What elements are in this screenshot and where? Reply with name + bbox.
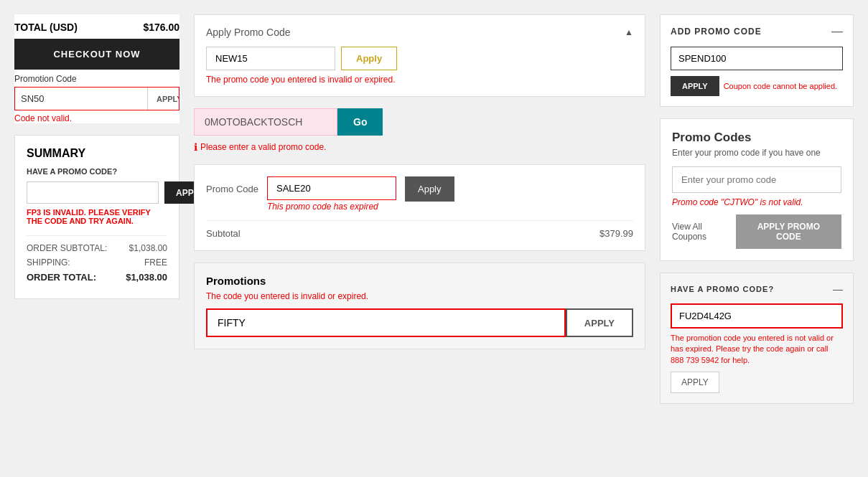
order-total-row: ORDER TOTAL: $1,038.00 (27, 272, 167, 283)
checkout-button[interactable]: CHECKOUT NOW (14, 39, 179, 70)
total-label: TOTAL (USD) (14, 22, 78, 33)
have-promo-label: HAVE A PROMO CODE? (27, 167, 167, 176)
add-promo-apply-button[interactable]: APPLY (671, 76, 719, 96)
summary-box: SUMMARY HAVE A PROMO CODE? APPLY FP3 IS … (14, 135, 179, 299)
apply-promo-title: Apply Promo Code (206, 27, 291, 38)
subtotal-label: Subtotal (206, 228, 241, 239)
shipping-value: FREE (144, 258, 167, 268)
sale-apply-button[interactable]: Apply (405, 176, 454, 202)
promo-code-row: Promo Code This promo code has expired A… (206, 176, 633, 212)
sale-input[interactable] (267, 176, 396, 200)
cjtwo-error: Promo code "CJTWO" is not valid. (672, 197, 841, 207)
apply-promo-input-row: Apply (206, 47, 633, 70)
apply-promo-dropdown: Apply Promo Code ▲ Apply The promo code … (194, 14, 645, 97)
promotions-input-row: APPLY (206, 308, 633, 337)
info-icon: ℹ (194, 141, 197, 153)
order-subtotal-row: ORDER SUBTOTAL: $1,038.00 (27, 243, 167, 253)
enter-valid-promo-text: Please enter a valid promo code. (200, 142, 326, 152)
expired-error: This promo code has expired (267, 202, 396, 212)
add-promo-title: ADD PROMO CODE (671, 27, 762, 37)
pink-promo-input[interactable] (194, 108, 337, 136)
order-subtotal-value: $1,038.00 (129, 243, 167, 253)
promotions-title: Promotions (206, 275, 633, 287)
shipping-row: SHIPPING: FREE (27, 258, 167, 268)
fu2-input[interactable] (671, 303, 843, 329)
apply-promo-error: The promo code you entered is invalid or… (206, 75, 633, 85)
panel-left: TOTAL (USD) $176.00 CHECKOUT NOW Promoti… (14, 14, 179, 463)
add-promo-header: ADD PROMO CODE — (671, 25, 843, 38)
order-total-label: ORDER TOTAL: (27, 272, 96, 283)
add-promo-section: ADD PROMO CODE — APPLY Coupon code canno… (660, 14, 854, 107)
summary-promo-row: APPLY (27, 181, 167, 204)
total-section: TOTAL (USD) $176.00 CHECKOUT NOW Promoti… (14, 14, 179, 123)
promotions-section: Promotions The code you entered is inval… (194, 263, 645, 349)
promotion-code-error: Code not valid. (14, 113, 179, 123)
promo-codes-title: Promo Codes (672, 131, 841, 145)
order-total-value: $1,038.00 (126, 272, 167, 283)
subtotal-row: Subtotal $379.99 (206, 220, 633, 239)
promo-codes-footer: View All Coupons APPLY PROMO CODE (672, 214, 841, 249)
promotion-apply-button[interactable]: APPLY (147, 88, 179, 110)
have-promo-bottom-header: HAVE A PROMO CODE? — (671, 283, 843, 295)
minus-small-icon[interactable]: — (833, 283, 843, 295)
apply-promo-header: Apply Promo Code ▲ (206, 27, 633, 38)
panel-middle: Apply Promo Code ▲ Apply The promo code … (194, 14, 645, 463)
subtotal-value: $379.99 (599, 228, 633, 239)
promo-codes-input[interactable] (672, 166, 841, 193)
total-amount: $176.00 (143, 22, 179, 33)
promotion-code-input[interactable] (15, 88, 147, 110)
promo-codes-subtitle: Enter your promo code if you have one (672, 148, 841, 158)
summary-promo-input[interactable] (27, 181, 159, 204)
have-promo-bottom-section: HAVE A PROMO CODE? — The promotion code … (660, 273, 854, 404)
enter-valid-promo-error: ℹ Please enter a valid promo code. (194, 141, 645, 153)
pink-promo-row: Go (194, 108, 645, 136)
panel-right: ADD PROMO CODE — APPLY Coupon code canno… (660, 14, 854, 463)
chevron-up-icon[interactable]: ▲ (625, 27, 633, 37)
apply-promo-input[interactable] (206, 47, 335, 70)
promotion-code-input-row: APPLY (14, 87, 179, 110)
order-subtotal-label: ORDER SUBTOTAL: (27, 243, 107, 253)
promotions-error: The code you entered is invalid or expir… (206, 291, 633, 301)
promo-subtotal-section: Promo Code This promo code has expired A… (194, 164, 645, 251)
view-all-coupons-link[interactable]: View All Coupons (672, 222, 736, 242)
fu2-error: The promotion code you entered is not va… (671, 333, 843, 366)
promo-codes-section: Promo Codes Enter your promo code if you… (660, 118, 854, 261)
have-promo-bottom-title: HAVE A PROMO CODE? (671, 285, 774, 293)
pink-promo-section: Go ℹ Please enter a valid promo code. (194, 108, 645, 153)
minus-icon[interactable]: — (831, 25, 843, 38)
sale-input-wrapper: This promo code has expired (267, 176, 396, 212)
have-promo-bottom-apply-button[interactable]: APPLY (671, 372, 719, 393)
promotions-apply-button[interactable]: APPLY (566, 308, 633, 337)
go-button[interactable]: Go (337, 108, 383, 136)
promotion-code-label: Promotion Code (14, 74, 179, 84)
shipping-label: SHIPPING: (27, 258, 70, 268)
promotion-code-section: Promotion Code APPLY Code not valid. (14, 74, 179, 123)
coupon-cannot-applied-error: Coupon code cannot be applied. (724, 82, 837, 90)
summary-title: SUMMARY (27, 147, 167, 160)
promo-code-label: Promo Code (206, 176, 258, 194)
apply-gold-button[interactable]: Apply (341, 47, 397, 70)
fifty-input[interactable] (206, 308, 566, 337)
spend100-input[interactable] (671, 47, 843, 70)
apply-promo-code-button[interactable]: APPLY PROMO CODE (736, 214, 841, 249)
add-promo-apply-row: APPLY Coupon code cannot be applied. (671, 76, 843, 96)
fp3-error: FP3 IS INVALID. PLEASE VERIFY THE CODE A… (27, 208, 167, 225)
